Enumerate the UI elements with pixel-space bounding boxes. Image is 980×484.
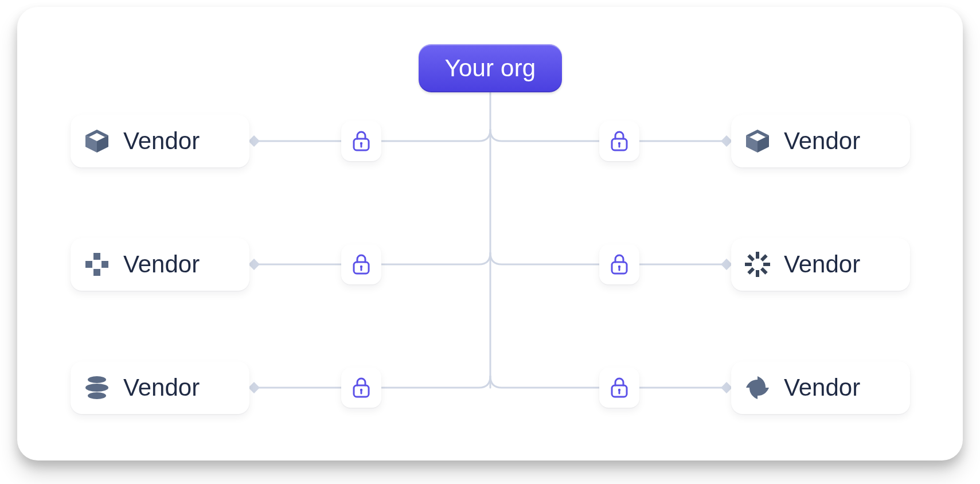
svg-rect-27	[747, 267, 755, 275]
vendor-node-right-3: Vendor	[731, 361, 910, 414]
svg-rect-23	[756, 270, 759, 277]
lock-icon	[351, 376, 372, 399]
lock-badge-left-1	[341, 121, 381, 161]
svg-rect-29	[760, 267, 768, 275]
lock-badge-right-3	[599, 368, 639, 408]
vendor-node-left-2: Vendor	[71, 238, 249, 291]
svg-rect-1	[248, 259, 260, 270]
svg-rect-25	[763, 263, 770, 266]
diagram-card: Your org Vendor Vendor	[17, 7, 963, 460]
vendor-label: Vendor	[123, 127, 200, 155]
vendor-node-right-2: Vendor	[731, 238, 910, 291]
vendor-burst-icon	[744, 251, 771, 278]
svg-rect-4	[721, 259, 732, 270]
vendor-cube-icon	[744, 127, 771, 155]
vendor-label: Vendor	[784, 374, 860, 401]
svg-rect-12	[85, 261, 92, 268]
vendor-label: Vendor	[784, 251, 860, 278]
svg-point-16	[85, 384, 108, 392]
vendor-stack-lines-icon	[83, 374, 111, 401]
vendor-pixel-plus-icon	[83, 251, 111, 278]
svg-point-15	[88, 376, 106, 383]
vendor-label: Vendor	[784, 127, 860, 155]
vendor-cube-icon	[83, 127, 111, 155]
svg-point-17	[88, 392, 106, 399]
vendor-swirl-icon	[744, 374, 771, 401]
svg-rect-22	[756, 252, 759, 259]
lock-icon	[609, 130, 630, 153]
svg-rect-14	[93, 261, 100, 268]
vendor-node-left-1: Vendor	[71, 115, 249, 167]
vendor-label: Vendor	[123, 374, 200, 401]
svg-rect-3	[721, 135, 732, 147]
svg-rect-26	[760, 254, 768, 261]
svg-rect-28	[747, 254, 755, 261]
lock-badge-right-2	[599, 244, 639, 284]
svg-rect-13	[101, 261, 108, 268]
svg-rect-11	[93, 269, 100, 276]
lock-icon	[351, 253, 372, 276]
svg-rect-10	[93, 253, 100, 260]
root-node: Your org	[419, 44, 562, 92]
svg-rect-2	[248, 382, 260, 393]
diagram-content: Your org Vendor Vendor	[17, 7, 963, 460]
vendor-node-right-1: Vendor	[731, 115, 910, 167]
svg-rect-0	[248, 135, 260, 147]
lock-badge-left-3	[341, 368, 381, 408]
vendor-node-left-3: Vendor	[71, 361, 249, 414]
lock-icon	[609, 253, 630, 276]
svg-rect-5	[721, 382, 732, 393]
lock-badge-right-1	[599, 121, 639, 161]
diagram-canvas: Your org Vendor Vendor	[0, 0, 980, 484]
lock-icon	[609, 376, 630, 399]
root-label: Your org	[445, 54, 536, 82]
vendor-label: Vendor	[123, 251, 200, 278]
lock-icon	[351, 130, 372, 153]
svg-rect-24	[745, 263, 752, 266]
lock-badge-left-2	[341, 244, 381, 284]
